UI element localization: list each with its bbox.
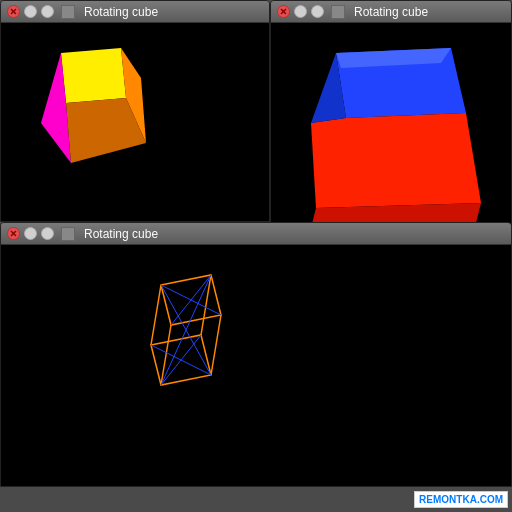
cube-3-svg — [141, 265, 241, 405]
titlebar-buttons-1 — [7, 5, 54, 18]
cube-1-svg — [31, 43, 161, 193]
svg-line-17 — [151, 285, 161, 345]
window-1: Rotating cube — [0, 0, 270, 222]
minimize-button-3[interactable] — [24, 227, 37, 240]
watermark: REMONTKA.COM — [414, 491, 508, 508]
titlebar-3: Rotating cube — [1, 223, 511, 245]
titlebar-1: Rotating cube — [1, 1, 269, 23]
canvas-3 — [1, 245, 512, 487]
svg-line-18 — [201, 275, 211, 335]
window-title-1: Rotating cube — [84, 5, 158, 19]
close-button-1[interactable] — [7, 5, 20, 18]
svg-marker-2 — [61, 48, 126, 103]
maximize-button-2[interactable] — [311, 5, 324, 18]
titlebar-2: Rotating cube — [271, 1, 511, 23]
window-3: Rotating cube — [0, 222, 512, 487]
window-2: Rotating cube — [270, 0, 512, 260]
maximize-button-1[interactable] — [41, 5, 54, 18]
minimize-button-1[interactable] — [24, 5, 37, 18]
window-icon-3 — [61, 227, 75, 241]
svg-line-20 — [161, 325, 171, 385]
titlebar-buttons-3 — [7, 227, 54, 240]
svg-line-26 — [161, 275, 211, 385]
window-title-3: Rotating cube — [84, 227, 158, 241]
close-button-3[interactable] — [7, 227, 20, 240]
close-button-2[interactable] — [277, 5, 290, 18]
window-title-2: Rotating cube — [354, 5, 428, 19]
svg-line-19 — [211, 315, 221, 375]
svg-marker-10 — [311, 113, 481, 208]
window-icon-2 — [331, 5, 345, 19]
minimize-button-2[interactable] — [294, 5, 307, 18]
titlebar-buttons-2 — [277, 5, 324, 18]
window-icon-1 — [61, 5, 75, 19]
canvas-1 — [1, 23, 270, 222]
maximize-button-3[interactable] — [41, 227, 54, 240]
